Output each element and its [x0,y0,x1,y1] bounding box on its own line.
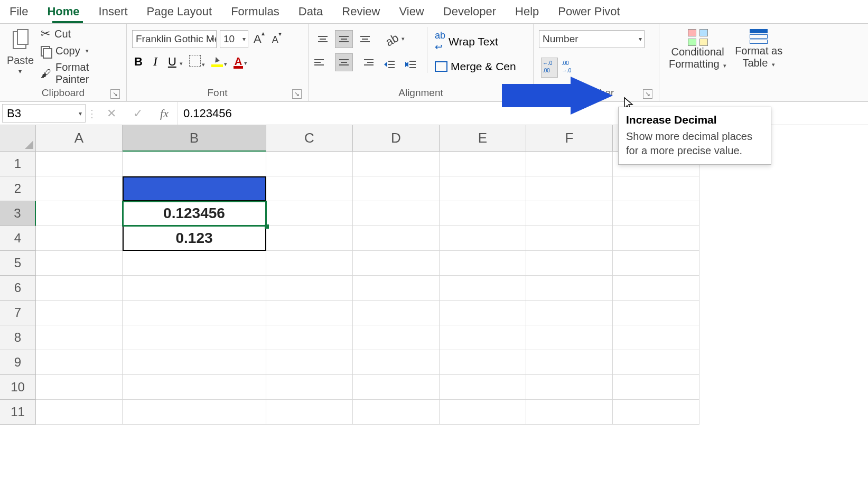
cell-D6[interactable] [353,276,440,301]
decrease-indent-button[interactable] [381,57,397,72]
cell-D3[interactable] [353,201,440,226]
cell-C9[interactable] [266,350,353,375]
row-header-5[interactable]: 5 [0,251,36,276]
cell-G9[interactable] [613,350,699,375]
row-header-11[interactable]: 11 [0,400,36,425]
row-header-4[interactable]: 4 [0,226,36,251]
cell-A1[interactable] [36,152,123,176]
tab-power-pivot[interactable]: Power Pivot [557,2,621,22]
cell-F10[interactable] [526,375,613,400]
font-color-button[interactable]: A▾ [234,55,247,68]
cell-B6[interactable] [123,276,266,301]
select-all-corner[interactable] [0,125,36,152]
cell-B4[interactable]: 0.123 [123,226,266,251]
cell-B11[interactable] [123,400,266,425]
align-left-button[interactable] [314,53,332,71]
tab-review[interactable]: Review [341,2,381,22]
cell-B1[interactable] [123,152,266,176]
cell-B10[interactable] [123,375,266,400]
cell-E11[interactable] [440,400,526,425]
cell-G2[interactable] [613,176,699,201]
align-middle-button[interactable] [335,30,353,48]
number-format-combo[interactable]: Number▾ [539,30,645,48]
increase-decimal-button[interactable]: ←.0 .00 [541,58,558,78]
row-header-8[interactable]: 8 [0,325,36,350]
align-bottom-button[interactable] [356,30,374,48]
cell-D8[interactable] [353,325,440,350]
merge-center-button[interactable]: Merge & Cen [435,60,516,73]
cell-G5[interactable] [613,251,699,276]
cell-B3[interactable]: 0.123456 [123,201,266,226]
align-right-button[interactable] [356,53,374,71]
cell-D1[interactable] [353,152,440,176]
wrap-text-button[interactable]: ab↩ Wrap Text [435,30,516,53]
row-header-3[interactable]: 3 [0,201,36,226]
copy-dropdown-icon[interactable]: ▾ [86,48,89,54]
cell-E1[interactable] [440,152,526,176]
col-header-F[interactable]: F [526,125,613,152]
cell-F8[interactable] [526,325,613,350]
clipboard-dialog-launcher[interactable]: ↘ [110,89,120,99]
cell-A9[interactable] [36,350,123,375]
col-header-E[interactable]: E [440,125,526,152]
cell-D5[interactable] [353,251,440,276]
cell-E8[interactable] [440,325,526,350]
cell-D7[interactable] [353,301,440,325]
format-painter-button[interactable]: Format Painter [41,61,121,86]
increase-indent-button[interactable] [403,57,418,72]
fx-button[interactable]: fx [151,107,178,120]
cell-E10[interactable] [440,375,526,400]
paste-dropdown-icon[interactable]: ▾ [18,68,22,75]
cell-C10[interactable] [266,375,353,400]
cell-G11[interactable] [613,400,699,425]
font-name-combo[interactable]: Franklin Gothic Me▾ [132,30,217,48]
cell-A7[interactable] [36,301,123,325]
cancel-button[interactable]: ✕ [98,107,125,120]
cell-A8[interactable] [36,325,123,350]
cell-B8[interactable] [123,325,266,350]
row-header-6[interactable]: 6 [0,276,36,301]
cell-D4[interactable] [353,226,440,251]
cell-G10[interactable] [613,375,699,400]
cell-F9[interactable] [526,350,613,375]
tab-developer[interactable]: Developer [442,2,497,22]
cell-A11[interactable] [36,400,123,425]
cell-G6[interactable] [613,276,699,301]
decrease-font-button[interactable]: A▾ [270,33,284,45]
col-header-C[interactable]: C [266,125,353,152]
decrease-decimal-button[interactable]: .00 →.0 [560,58,577,78]
col-header-B[interactable]: B [123,125,266,152]
orientation-dropdown-icon[interactable]: ▾ [402,35,405,42]
cell-F7[interactable] [526,301,613,325]
cell-C7[interactable] [266,301,353,325]
copy-button[interactable]: Copy ▾ [41,45,121,57]
cell-G8[interactable] [613,325,699,350]
cell-G3[interactable] [613,201,699,226]
cell-D11[interactable] [353,400,440,425]
worksheet[interactable]: A B C D E F 1 2 3 4 5 6 7 8 9 10 11 0.12… [0,125,868,463]
fill-color-button[interactable]: ▾ [211,55,227,68]
conditional-formatting-button[interactable]: Conditional Formatting ▾ [665,29,731,70]
cell-E2[interactable] [440,176,526,201]
name-box[interactable]: B3▾ [2,104,86,123]
paste-button[interactable]: Paste ▾ [5,29,35,75]
cell-G7[interactable] [613,301,699,325]
row-header-9[interactable]: 9 [0,350,36,375]
cell-F6[interactable] [526,276,613,301]
cell-B5[interactable] [123,251,266,276]
row-header-10[interactable]: 10 [0,375,36,400]
cell-C1[interactable] [266,152,353,176]
cell-C11[interactable] [266,400,353,425]
cell-G4[interactable] [613,226,699,251]
orientation-button[interactable]: ab [383,31,401,50]
tab-home[interactable]: Home [46,2,80,22]
cell-F2[interactable] [526,176,613,201]
cell-E4[interactable] [440,226,526,251]
format-as-table-button[interactable]: Format as Table ▾ [731,29,787,69]
cell-C5[interactable] [266,251,353,276]
cell-E3[interactable] [440,201,526,226]
tab-view[interactable]: View [398,2,425,22]
cell-D9[interactable] [353,350,440,375]
cell-C6[interactable] [266,276,353,301]
row-header-2[interactable]: 2 [0,176,36,201]
